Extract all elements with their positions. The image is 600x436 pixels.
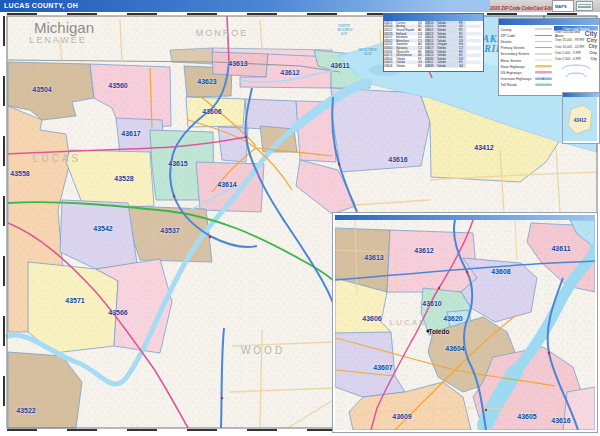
inset-canvas: [335, 220, 595, 430]
zip-index-row: 43606ToledoE3 43699ToledoG4: [384, 64, 481, 68]
zip-label: 43412: [474, 144, 493, 151]
inset-zip-label: 43605: [517, 413, 536, 420]
island-inset: 43412: [562, 92, 600, 144]
legend: With Lucas County, OH Map County ZIP Cod…: [498, 18, 600, 96]
boundary-extent-sample: [565, 72, 587, 78]
zip-index-table: ZIP Code Index/Grid Locator 43412Curtice…: [383, 13, 484, 72]
legend-line-sample: [535, 35, 552, 36]
brand-logo: MAPS: [552, 0, 574, 12]
zip-label: 43611: [330, 62, 349, 69]
legend-item: Toll Roads: [499, 82, 554, 88]
inset-zip-label: 43616: [551, 417, 570, 424]
zip-label: 43522: [16, 407, 35, 414]
zip-label: 43613: [228, 60, 247, 67]
zip-label: 43616: [388, 156, 407, 163]
title-bar: LUCAS COUNTY, OH 2020 ZIP Code ColorCast…: [0, 0, 600, 12]
zip-label: 43614: [217, 181, 236, 188]
inset-zip-label: 43609: [392, 413, 411, 420]
toledo-inset-map: LUCAS Toledo 436134361243611436084361043…: [333, 213, 597, 432]
legend-line-sample: [535, 65, 552, 68]
zip-label: 43566: [108, 309, 127, 316]
inset-zip-label: 43607: [373, 364, 392, 371]
county-label-lucas: LUCAS: [33, 153, 81, 164]
zip-label: 43571: [65, 297, 84, 304]
city-size-rows: Over 100,000 and Above City Over 25,000 …: [554, 31, 598, 62]
zip-label: 43537: [160, 227, 179, 234]
state-label: Michigan: [34, 19, 94, 36]
legend-line-sample: [535, 71, 552, 74]
city-size-row: Over 100,000 and Above City: [554, 31, 598, 37]
legend-line-sample: [535, 29, 552, 30]
legend-line-sample: [535, 84, 552, 87]
inset-zip-label: 43612: [414, 247, 433, 254]
maumee-bay-label: MAUMEE BAY: [359, 48, 378, 57]
north-maumee-bay-label: NORTH MAUMEE BAY: [337, 25, 351, 36]
legend-line-sample: [535, 47, 552, 48]
zip-label: 43558: [10, 170, 29, 177]
legend-line-sample: [535, 53, 552, 54]
county-label-wood: WOOD: [241, 345, 285, 356]
inset-county-label: LUCAS: [390, 318, 427, 327]
inset-zip-label: 43606: [362, 315, 381, 322]
legend-cities: Cities and Towns Over 100,000 and Above …: [554, 26, 598, 88]
header-right: 2020 ZIP Code ColorCast Edition MAPS: [490, 0, 600, 12]
zip-label: 43560: [108, 82, 127, 89]
page-title: LUCAS COUNTY, OH: [0, 0, 490, 12]
zip-label: 43528: [114, 175, 133, 182]
legend-line-sample: [535, 77, 552, 80]
map-page: LUCAS COUNTY, OH 2020 ZIP Code ColorCast…: [0, 0, 600, 436]
inset-zip-label: 43613: [364, 254, 383, 261]
county-label-lenawee: LENAWEE: [29, 35, 87, 45]
water-extent-sample: [561, 64, 591, 70]
zip-label: 43612: [280, 69, 299, 76]
zip-label: 43606: [202, 108, 221, 115]
inset-zip-label: 43620: [443, 315, 462, 322]
legend-line-sample: [535, 41, 552, 42]
zip-label: 43542: [93, 225, 112, 232]
county-label-monroe: MONROE: [196, 28, 249, 38]
brand-logo-text: MAPS: [555, 4, 567, 9]
edition-label: 2020 ZIP Code ColorCast Edition: [490, 0, 552, 15]
publisher-info-box: [576, 1, 593, 11]
inset-zip-label: 43610: [422, 300, 441, 307]
inset-zip-label: 43604: [445, 345, 464, 352]
zip-index-rows: 43412CurticeK4 43610ToledoF3 43504Berkey…: [384, 21, 481, 68]
inset-city-label: Toledo: [429, 328, 450, 335]
zip-label: 43615: [168, 160, 187, 167]
zip-index-title: ZIP Code Index/Grid Locator: [384, 14, 483, 21]
island-zip-label: 43412: [574, 118, 587, 123]
zip-label: 43623: [197, 78, 216, 85]
city-size-row: Over 2,500 - 4,999 City: [554, 56, 598, 62]
legend-line-sample: [535, 60, 552, 61]
zip-label: 43504: [32, 86, 51, 93]
inset-zip-label: 43611: [551, 245, 570, 252]
legend-items: County ZIP Code Streets Primary Streets …: [499, 26, 554, 88]
inset-zip-label: 43608: [491, 268, 510, 275]
zip-label: 43617: [121, 130, 140, 137]
interstate-dot-icon: [543, 78, 545, 80]
